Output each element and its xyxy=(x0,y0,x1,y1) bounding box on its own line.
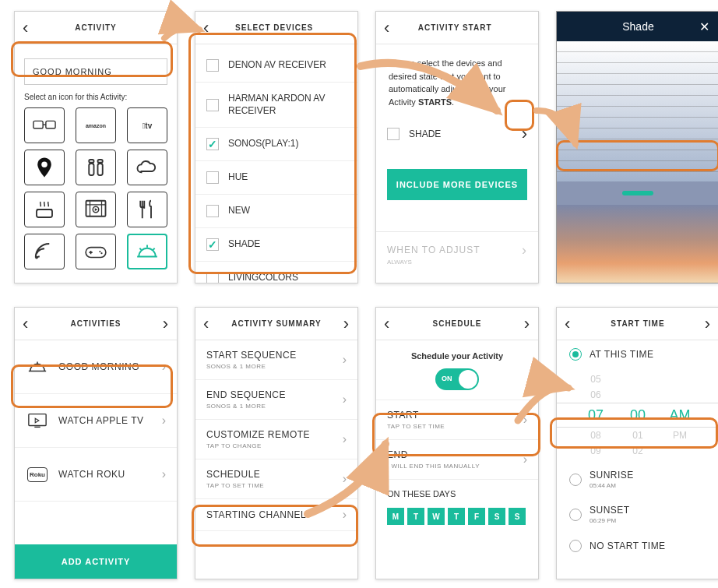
time-picker[interactable]: 05 06 0700AM 0801PM 0902 xyxy=(557,368,718,462)
forward-icon[interactable]: › xyxy=(163,19,169,37)
when-sub: ALWAYS xyxy=(376,259,538,266)
back-icon[interactable]: ‹ xyxy=(384,19,390,37)
schedule-subtitle: Schedule your Activity xyxy=(376,340,538,365)
device-row[interactable]: LIVINGCOLORS xyxy=(195,262,357,283)
icon-prompt: Select an icon for this Activity: xyxy=(24,93,167,101)
chevron-right-icon[interactable]: › xyxy=(522,125,527,143)
customize-remote-row[interactable]: CUSTOMIZE REMOTETAP TO CHANGE› xyxy=(195,420,357,459)
radio-icon[interactable] xyxy=(569,348,582,361)
chevron-right-icon: › xyxy=(522,243,527,257)
device-row[interactable]: HARMAN KARDON AV RECEIVER xyxy=(195,83,357,128)
chevron-right-icon: › xyxy=(162,414,166,427)
screen-schedule: ‹ SCHEDULE › Schedule your Activity ON S… xyxy=(375,307,539,579)
header-title: ACTIVITY START xyxy=(418,23,492,32)
back-icon[interactable]: ‹ xyxy=(23,19,29,37)
device-row[interactable]: HUE xyxy=(195,161,357,195)
schedule-toggle[interactable]: ON xyxy=(435,368,479,390)
shade-slider[interactable] xyxy=(557,181,718,205)
device-row[interactable]: SHADE xyxy=(195,228,357,262)
icon-sunrise[interactable] xyxy=(127,234,167,269)
activity-apple-tv[interactable]: WATCH APPLE TV › xyxy=(15,394,177,448)
header-title: ACTIVITY xyxy=(75,23,117,32)
icon-3d-glasses[interactable] xyxy=(24,107,65,143)
device-shade-row[interactable]: SHADE › xyxy=(376,114,538,153)
back-icon[interactable]: ‹ xyxy=(565,315,571,333)
add-activity-button[interactable]: ADD ACTIVITY xyxy=(15,544,177,579)
shade-handle-icon[interactable] xyxy=(622,191,653,195)
checkbox-icon[interactable] xyxy=(206,59,219,72)
icon-satellite[interactable] xyxy=(24,234,65,269)
svg-rect-1 xyxy=(46,121,55,128)
checkbox-icon[interactable] xyxy=(206,171,219,184)
option-sunrise[interactable]: SUNRISE05:44 AM xyxy=(557,462,718,497)
svg-rect-7 xyxy=(37,209,52,217)
checkbox-icon[interactable] xyxy=(206,138,219,150)
checkbox-icon[interactable] xyxy=(206,205,219,217)
forward-icon[interactable]: › xyxy=(343,315,350,333)
icon-condiments[interactable] xyxy=(76,150,116,185)
start-sequence-row[interactable]: START SEQUENCESONOS & 1 MORE› xyxy=(195,340,357,380)
day-t2[interactable]: T xyxy=(448,508,465,525)
svg-point-2 xyxy=(41,162,48,168)
day-s2[interactable]: S xyxy=(509,508,526,525)
back-icon[interactable]: ‹ xyxy=(203,315,209,333)
day-m[interactable]: M xyxy=(387,508,404,525)
appletv-icon xyxy=(26,411,49,430)
include-more-devices-button[interactable]: INCLUDE MORE DEVICES xyxy=(387,169,527,200)
back-icon[interactable]: ‹ xyxy=(203,19,209,37)
day-w[interactable]: W xyxy=(428,508,445,525)
end-row[interactable]: ENDI WILL END THIS MANUALLY› xyxy=(376,440,538,480)
icon-gamepad[interactable] xyxy=(76,234,116,269)
forward-icon[interactable]: › xyxy=(163,315,169,333)
sunset-visual xyxy=(557,205,718,283)
start-row[interactable]: STARTTAP TO SET TIME› xyxy=(376,400,538,440)
option-at-this-time[interactable]: AT THIS TIME xyxy=(557,340,718,368)
chevron-right-icon: › xyxy=(162,361,166,373)
starting-channel-row[interactable]: STARTING CHANNEL› xyxy=(195,499,357,531)
icon-cutlery[interactable] xyxy=(127,192,167,227)
screen-activities: ‹ ACTIVITIES › GOOD MORNING › WATCH APPL… xyxy=(14,307,178,579)
checkbox-icon[interactable] xyxy=(206,238,219,251)
day-t[interactable]: T xyxy=(407,508,424,525)
option-no-start[interactable]: NO START TIME xyxy=(557,532,718,560)
icon-location[interactable] xyxy=(24,150,65,185)
blinds-visual xyxy=(557,41,718,181)
icon-cloud[interactable] xyxy=(127,150,167,185)
day-f[interactable]: F xyxy=(468,508,485,525)
device-row[interactable]: DENON AV RECEIVER xyxy=(195,49,357,83)
icon-apple-tv[interactable]: tv xyxy=(127,107,167,143)
icon-amazon[interactable]: amazon xyxy=(76,107,116,143)
close-icon[interactable]: ✕ xyxy=(699,19,709,34)
end-sequence-row[interactable]: END SEQUENCESONOS & 1 MORE› xyxy=(195,380,357,420)
checkbox-icon[interactable] xyxy=(387,128,399,140)
radio-icon[interactable] xyxy=(569,509,582,521)
icon-media[interactable] xyxy=(76,192,116,227)
when-to-adjust-row[interactable]: WHEN TO ADJUST › xyxy=(376,231,538,259)
back-icon[interactable]: ‹ xyxy=(384,315,390,333)
radio-icon[interactable] xyxy=(569,474,582,486)
activity-name-input[interactable]: GOOD MORNING xyxy=(24,58,167,85)
forward-icon[interactable]: › xyxy=(705,315,711,333)
icon-cooking[interactable] xyxy=(24,192,65,227)
activity-roku[interactable]: Roku WATCH ROKU › xyxy=(15,448,177,502)
chevron-right-icon: › xyxy=(523,414,527,426)
option-sunset[interactable]: SUNSET06:29 PM xyxy=(557,497,718,532)
svg-rect-11 xyxy=(86,248,106,258)
header-title: START TIME xyxy=(611,319,664,328)
chevron-right-icon: › xyxy=(162,468,166,481)
schedule-row[interactable]: SCHEDULETAP TO SET TIME› xyxy=(195,459,357,499)
chevron-right-icon: › xyxy=(343,509,347,521)
activity-good-morning[interactable]: GOOD MORNING › xyxy=(15,340,177,394)
device-row[interactable]: SONOS(PLAY:1) xyxy=(195,128,357,161)
device-row[interactable]: NEW xyxy=(195,195,357,228)
forward-icon[interactable]: › xyxy=(524,315,530,333)
radio-icon[interactable] xyxy=(569,540,582,552)
day-selector[interactable]: M T W T F S S xyxy=(376,502,538,531)
days-label: ON THESE DAYS xyxy=(376,480,538,502)
chevron-right-icon: › xyxy=(343,473,347,485)
svg-point-12 xyxy=(99,251,100,252)
day-s[interactable]: S xyxy=(488,508,505,525)
back-icon[interactable]: ‹ xyxy=(23,315,29,333)
checkbox-icon[interactable] xyxy=(206,272,219,283)
checkbox-icon[interactable] xyxy=(206,99,219,111)
